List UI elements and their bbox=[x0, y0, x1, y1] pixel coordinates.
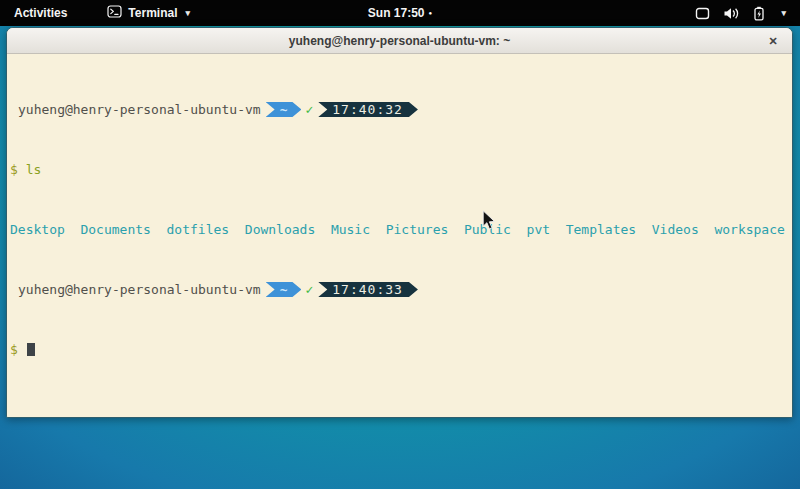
prompt-cwd-segment: ~ bbox=[266, 102, 302, 117]
app-menu-button[interactable]: Terminal ▾ bbox=[107, 0, 190, 26]
top-bar: Activities Terminal ▾ Sun 17:50 ● bbox=[0, 0, 800, 26]
chevron-down-icon: ▾ bbox=[185, 8, 190, 18]
activities-button[interactable]: Activities bbox=[0, 0, 81, 26]
clock-label: Sun 17:50 bbox=[368, 6, 425, 20]
top-bar-right: ▾ bbox=[695, 0, 800, 26]
prompt-time-segment: 17:40:32 bbox=[318, 102, 418, 117]
notification-dot-icon: ● bbox=[429, 10, 433, 16]
prompt-symbol: $ bbox=[10, 162, 18, 177]
terminal-content[interactable]: yuheng@henry-personal-ubuntu-vm ~ ✓ 17:4… bbox=[7, 54, 792, 418]
prompt-cwd-segment: ~ bbox=[266, 282, 302, 297]
prompt-userhost: yuheng@henry-personal-ubuntu-vm bbox=[18, 282, 261, 297]
typed-command: ls bbox=[26, 162, 42, 177]
clock-button[interactable]: Sun 17:50 ● bbox=[368, 6, 432, 20]
ls-output: Desktop Documents dotfiles Downloads Mus… bbox=[10, 222, 790, 237]
app-menu-label: Terminal bbox=[128, 6, 177, 20]
prompt-time-segment: 17:40:33 bbox=[318, 282, 418, 297]
terminal-window: yuheng@henry-personal-ubuntu-vm: ~ ✕ yuh… bbox=[6, 27, 793, 418]
top-bar-left: Activities Terminal ▾ bbox=[0, 0, 190, 26]
battery-charging-icon bbox=[752, 6, 766, 21]
input-line: $ bbox=[10, 342, 790, 357]
check-icon: ✓ bbox=[305, 102, 313, 117]
display-icon bbox=[695, 7, 710, 20]
chevron-down-icon: ▾ bbox=[781, 8, 786, 18]
prompt-line: yuheng@henry-personal-ubuntu-vm ~ ✓ 17:4… bbox=[10, 102, 790, 117]
prompt-userhost: yuheng@henry-personal-ubuntu-vm bbox=[18, 102, 261, 117]
check-icon: ✓ bbox=[305, 282, 313, 297]
window-titlebar[interactable]: yuheng@henry-personal-ubuntu-vm: ~ ✕ bbox=[7, 28, 792, 54]
desktop: { "topbar": { "activities_label": "Activ… bbox=[0, 0, 800, 489]
prompt-line: yuheng@henry-personal-ubuntu-vm ~ ✓ 17:4… bbox=[10, 282, 790, 297]
terminal-icon bbox=[107, 5, 122, 21]
prompt-symbol: $ bbox=[10, 342, 18, 357]
text-cursor bbox=[27, 343, 35, 356]
close-button[interactable]: ✕ bbox=[764, 28, 782, 54]
window-title: yuheng@henry-personal-ubuntu-vm: ~ bbox=[289, 34, 510, 48]
volume-icon bbox=[723, 7, 739, 20]
command-line: $ ls bbox=[10, 162, 790, 177]
system-tray-button[interactable]: ▾ bbox=[695, 0, 786, 26]
